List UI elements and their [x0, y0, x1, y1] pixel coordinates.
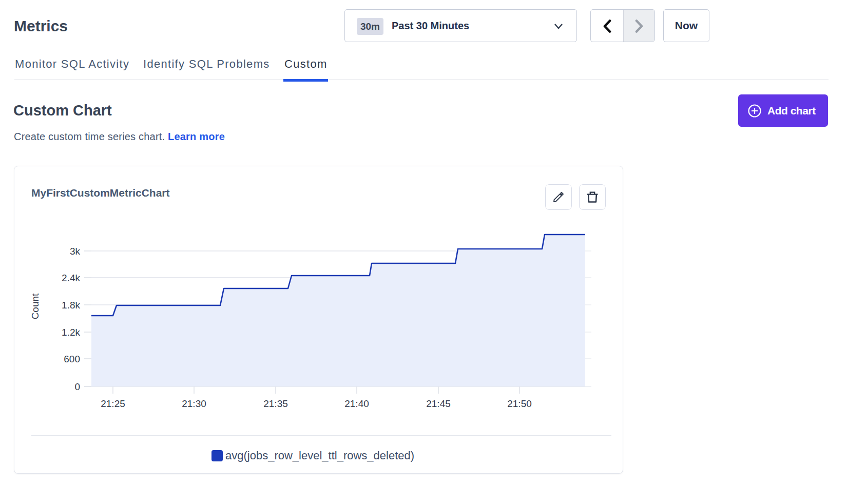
- svg-text:21:50: 21:50: [507, 398, 532, 409]
- svg-text:0: 0: [74, 381, 80, 392]
- svg-text:21:35: 21:35: [263, 398, 288, 409]
- svg-text:21:40: 21:40: [344, 398, 369, 409]
- svg-text:Count: Count: [30, 293, 41, 319]
- svg-text:1.2k: 1.2k: [62, 327, 80, 338]
- svg-text:2.4k: 2.4k: [62, 273, 80, 283]
- svg-text:600: 600: [64, 354, 80, 364]
- svg-text:21:25: 21:25: [101, 398, 125, 409]
- svg-text:21:45: 21:45: [426, 398, 451, 409]
- svg-text:21:30: 21:30: [182, 398, 206, 409]
- svg-text:1.8k: 1.8k: [62, 300, 80, 311]
- svg-text:3k: 3k: [70, 246, 81, 257]
